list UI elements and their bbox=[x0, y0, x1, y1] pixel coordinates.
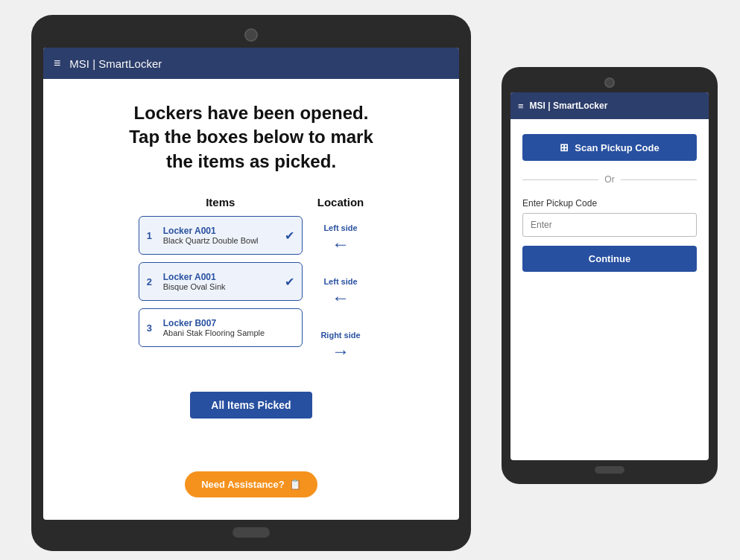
check-icon-2: ✔ bbox=[285, 275, 294, 289]
tablet-home-button[interactable] bbox=[233, 527, 270, 538]
locker-item-3[interactable]: 3 Locker B007 Abani Stak Flooring Sample bbox=[139, 308, 303, 347]
location-entry-1: Left side ← bbox=[323, 216, 357, 262]
phone-header: ≡ MSI | SmartLocker bbox=[510, 92, 709, 119]
item-info-1: Locker A001 Black Quartz Double Bowl bbox=[163, 226, 280, 245]
item-num-3: 3 bbox=[147, 322, 157, 334]
divider-text: Or bbox=[604, 174, 614, 185]
tablet-title: Lockers have been opened. Tap the boxes … bbox=[129, 101, 373, 174]
item-info-2: Locker A001 Bisque Oval Sink bbox=[163, 272, 280, 291]
location-arrow-1: ← bbox=[332, 234, 350, 255]
location-arrow-2: ← bbox=[332, 287, 350, 308]
tablet-title-line3: the items as picked. bbox=[166, 151, 336, 171]
tablet-separator: | bbox=[89, 57, 98, 70]
scan-pickup-code-button[interactable]: ⊞ Scan Pickup Code bbox=[522, 134, 697, 161]
items-section: Items 1 Locker A001 Black Quartz Double … bbox=[80, 196, 422, 377]
tablet-camera bbox=[244, 28, 258, 42]
assistance-label: Need Assistance? bbox=[201, 479, 285, 490]
assistance-section: Need Assistance? 📋 bbox=[185, 449, 317, 497]
assistance-button[interactable]: Need Assistance? 📋 bbox=[185, 471, 317, 497]
location-entry-3: Right side → bbox=[320, 323, 360, 369]
location-label-2: Left side bbox=[323, 277, 357, 286]
continue-button[interactable]: Continue bbox=[522, 246, 697, 272]
location-arrow-3: → bbox=[332, 341, 350, 362]
phone-menu-icon[interactable]: ≡ bbox=[518, 101, 524, 112]
item-num-2: 2 bbox=[147, 276, 157, 287]
qr-icon: ⊞ bbox=[560, 141, 569, 153]
divider-right bbox=[621, 179, 697, 180]
phone-separator: | bbox=[545, 101, 553, 111]
items-column: Items 1 Locker A001 Black Quartz Double … bbox=[139, 196, 303, 377]
tablet-brand-msi: MSI bbox=[69, 57, 89, 70]
phone-brand-msi: MSI bbox=[530, 101, 545, 111]
tablet-title-line2: Tap the boxes below to mark bbox=[129, 127, 373, 147]
phone-home-button[interactable] bbox=[595, 466, 624, 474]
phone-screen: ≡ MSI | SmartLocker ⊞ Scan Pickup Code O… bbox=[510, 92, 709, 460]
item-name-1: Black Quartz Double Bowl bbox=[163, 236, 280, 245]
item-info-3: Locker B007 Abani Stak Flooring Sample bbox=[163, 318, 294, 337]
item-locker-1: Locker A001 bbox=[163, 226, 280, 236]
scene: ≡ MSI | SmartLocker Lockers have been op… bbox=[0, 0, 740, 560]
tablet-header: ≡ MSI | SmartLocker bbox=[43, 48, 459, 79]
scan-btn-label: Scan Pickup Code bbox=[575, 142, 659, 153]
item-num-1: 1 bbox=[147, 230, 157, 241]
location-col-header: Location bbox=[317, 196, 364, 209]
locker-item-1[interactable]: 1 Locker A001 Black Quartz Double Bowl ✔ bbox=[139, 216, 303, 255]
all-items-picked-button[interactable]: All Items Picked bbox=[190, 392, 312, 419]
tablet-brand: MSI | SmartLocker bbox=[69, 57, 162, 70]
phone-camera bbox=[604, 77, 615, 88]
check-icon-1: ✔ bbox=[285, 229, 294, 243]
tablet-brand-app: SmartLocker bbox=[98, 57, 162, 70]
item-locker-2: Locker A001 bbox=[163, 272, 280, 282]
tablet-screen: ≡ MSI | SmartLocker Lockers have been op… bbox=[43, 48, 459, 520]
location-label-1: Left side bbox=[323, 223, 357, 232]
divider-left bbox=[522, 179, 598, 180]
tablet-menu-icon[interactable]: ≡ bbox=[54, 57, 60, 70]
location-label-3: Right side bbox=[320, 331, 360, 340]
phone-brand-app: SmartLocker bbox=[553, 101, 607, 111]
locker-item-2[interactable]: 2 Locker A001 Bisque Oval Sink ✔ bbox=[139, 262, 303, 301]
items-col-header: Items bbox=[139, 196, 303, 209]
phone-device: ≡ MSI | SmartLocker ⊞ Scan Pickup Code O… bbox=[502, 67, 718, 484]
location-column: Location Left side ← Left side ← Right s… bbox=[317, 196, 364, 377]
phone-body: ⊞ Scan Pickup Code Or Enter Pickup Code … bbox=[510, 119, 709, 460]
pickup-code-input[interactable] bbox=[522, 213, 697, 237]
item-name-2: Bisque Oval Sink bbox=[163, 282, 280, 291]
pickup-code-label: Enter Pickup Code bbox=[522, 198, 597, 209]
divider-row: Or bbox=[522, 174, 697, 185]
item-locker-3: Locker B007 bbox=[163, 318, 294, 328]
phone-brand: MSI | SmartLocker bbox=[530, 101, 608, 111]
tablet-title-line1: Lockers have been opened. bbox=[134, 103, 369, 123]
tablet-device: ≡ MSI | SmartLocker Lockers have been op… bbox=[31, 15, 471, 551]
item-name-3: Abani Stak Flooring Sample bbox=[163, 328, 294, 337]
tablet-body: Lockers have been opened. Tap the boxes … bbox=[43, 79, 459, 520]
location-entry-2: Left side ← bbox=[323, 270, 357, 316]
assistance-icon: 📋 bbox=[289, 479, 301, 490]
